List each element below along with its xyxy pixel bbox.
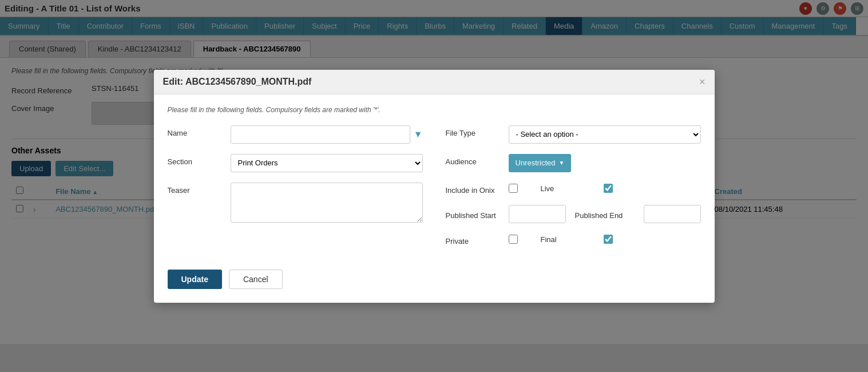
modal-close-button[interactable]: × <box>699 77 706 87</box>
modal-form-right: File Type - Select an option - Audience <box>446 125 701 256</box>
teaser-control-wrap <box>231 183 423 223</box>
private-final-row: Private Final <box>446 234 701 246</box>
file-type-label: File Type <box>446 125 509 137</box>
name-dropdown-icon[interactable]: ▼ <box>414 129 423 140</box>
name-group: Name ▼ <box>168 125 423 144</box>
modal-form: Name ▼ Section Print Orders Content <box>168 125 701 256</box>
published-start-input[interactable] <box>509 205 566 223</box>
audience-control-wrap: Unrestricted ▼ <box>509 154 701 172</box>
audience-value: Unrestricted <box>516 159 556 167</box>
published-end-label: Published End <box>575 208 644 220</box>
teaser-group: Teaser <box>168 183 423 223</box>
cancel-button[interactable]: Cancel <box>229 270 283 289</box>
modal-body: Please fill in the following fields. Com… <box>154 94 715 270</box>
update-button[interactable]: Update <box>168 270 222 289</box>
include-in-onix-label: Include in Onix <box>446 183 509 195</box>
final-checkbox[interactable] <box>604 235 613 244</box>
section-select[interactable]: Print Orders Content Cover Other <box>231 154 423 172</box>
section-control-wrap: Print Orders Content Cover Other <box>231 154 423 172</box>
include-in-onix-checkbox[interactable] <box>509 184 518 193</box>
file-type-control-wrap: - Select an option - <box>509 125 701 144</box>
modal-header: Edit: ABC1234567890_MONTH.pdf × <box>154 70 715 94</box>
published-start-label: Published Start <box>446 208 509 220</box>
name-control-wrap: ▼ <box>231 125 423 144</box>
name-label: Name <box>168 125 231 137</box>
modal-title: Edit: ABC1234567890_MONTH.pdf <box>163 77 312 87</box>
modal-instruction: Please fill in the following fields. Com… <box>168 106 701 114</box>
audience-button[interactable]: Unrestricted ▼ <box>509 154 572 172</box>
published-dates-row: Published Start Published End <box>446 205 701 223</box>
edit-modal: Edit: ABC1234567890_MONTH.pdf × Please f… <box>154 70 715 303</box>
modal-overlay: Edit: ABC1234567890_MONTH.pdf × Please f… <box>0 0 868 344</box>
live-label: Live <box>541 184 604 193</box>
private-checkbox[interactable] <box>509 235 518 244</box>
onix-live-row: Include in Onix Live <box>446 183 701 195</box>
live-checkbox[interactable] <box>604 184 613 193</box>
teaser-label: Teaser <box>168 183 231 195</box>
section-label: Section <box>168 154 231 166</box>
modal-form-left: Name ▼ Section Print Orders Content <box>168 125 423 256</box>
audience-group: Audience Unrestricted ▼ <box>446 154 701 172</box>
name-input[interactable] <box>231 125 410 144</box>
file-type-select[interactable]: - Select an option - <box>509 125 701 144</box>
published-end-input[interactable] <box>644 205 701 223</box>
teaser-textarea[interactable] <box>231 183 423 223</box>
audience-label: Audience <box>446 154 509 166</box>
audience-caret-icon: ▼ <box>559 160 565 166</box>
private-label: Private <box>446 234 509 246</box>
final-label: Final <box>541 235 604 244</box>
section-group: Section Print Orders Content Cover Other <box>168 154 423 172</box>
file-type-group: File Type - Select an option - <box>446 125 701 144</box>
modal-footer: Update Cancel <box>154 270 715 303</box>
